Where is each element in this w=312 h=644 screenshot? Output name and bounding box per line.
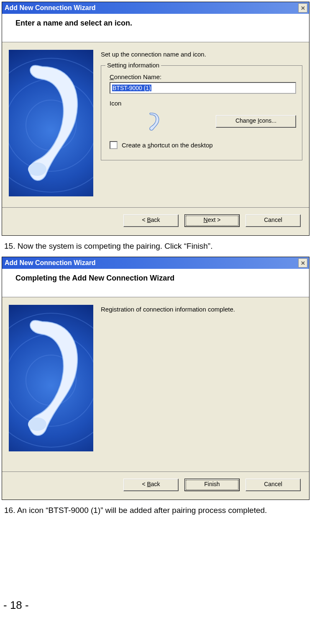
header-pane: Completing the Add New Connection Wizard <box>2 269 309 297</box>
connection-name-value: BTST-9000 (1) <box>112 85 151 91</box>
headset-graphic <box>9 305 93 451</box>
window-title: Add New Connection Wizard <box>5 4 96 12</box>
headset-icon <box>143 111 164 132</box>
checkbox-icon[interactable] <box>110 141 118 149</box>
header-text: Completing the Add New Connection Wizard <box>15 274 174 282</box>
wizard-dialog-name-icon: Add New Connection Wizard ✕ Enter a name… <box>2 2 309 236</box>
connection-name-input[interactable]: BTST-9000 (1) <box>110 82 296 94</box>
svg-point-7 <box>28 417 46 431</box>
create-shortcut-label: Create a shortcut on the desktop <box>122 142 213 149</box>
create-shortcut-checkbox[interactable]: Create a shortcut on the desktop <box>110 141 296 149</box>
finish-button[interactable]: Finish <box>184 479 240 491</box>
page-number: - 18 - <box>2 599 310 612</box>
icon-label: Icon <box>110 100 296 107</box>
cancel-button[interactable]: Cancel <box>246 479 301 491</box>
cancel-button[interactable]: Cancel <box>246 214 301 227</box>
titlebar[interactable]: Add New Connection Wizard ✕ <box>2 257 309 269</box>
intro-text: Registration of connection information c… <box>101 306 302 313</box>
wizard-dialog-completing: Add New Connection Wizard ✕ Completing t… <box>2 257 309 500</box>
back-button[interactable]: < Back <box>123 214 179 227</box>
close-icon[interactable]: ✕ <box>298 258 307 268</box>
header-text: Enter a name and select an icon. <box>15 19 132 27</box>
intro-text: Set up the connection name and icon. <box>101 51 302 58</box>
change-icons-button[interactable]: Change Icons... <box>216 115 296 128</box>
next-button[interactable]: Next > <box>184 214 240 227</box>
footer-buttons: < Back Finish Cancel <box>2 471 309 500</box>
headset-graphic <box>9 50 93 196</box>
titlebar[interactable]: Add New Connection Wizard ✕ <box>2 2 309 14</box>
window-title: Add New Connection Wizard <box>5 259 96 267</box>
step-15-text: 15. Now the system is competing the pair… <box>4 242 308 251</box>
connection-name-label: Connection Name: <box>110 73 296 80</box>
svg-point-3 <box>28 162 46 176</box>
group-legend: Setting information <box>105 62 161 69</box>
setting-information-group: Setting information Connection Name: BTS… <box>101 65 302 160</box>
step-16-text: 16. An icon “BTST-9000 (1)” will be adde… <box>4 506 308 515</box>
footer-buttons: < Back Next > Cancel <box>2 207 309 235</box>
close-icon[interactable]: ✕ <box>298 3 307 13</box>
back-button[interactable]: < Back <box>123 479 179 491</box>
header-pane: Enter a name and select an icon. <box>2 14 309 42</box>
